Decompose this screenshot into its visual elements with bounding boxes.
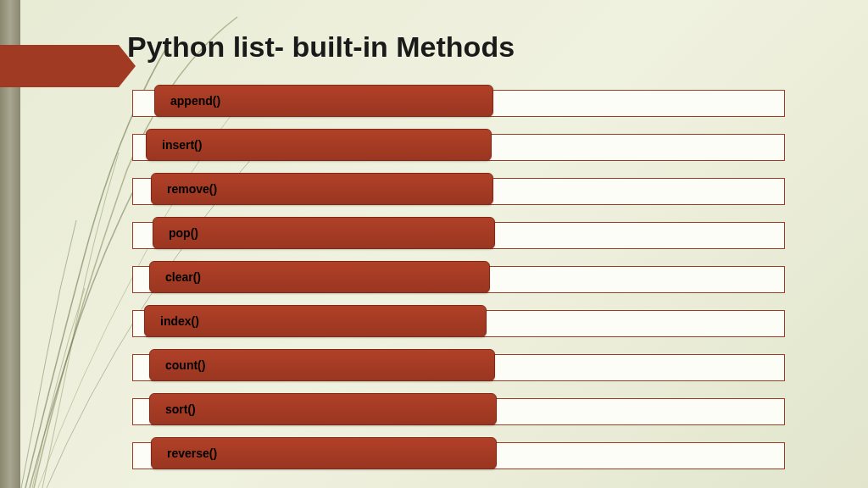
method-label: clear(): [165, 270, 201, 284]
method-row: pop(): [139, 217, 783, 251]
method-label: count(): [165, 358, 205, 372]
method-bar: count(): [149, 349, 495, 381]
method-row: index(): [139, 305, 783, 339]
method-row: insert(): [139, 129, 783, 163]
method-row: remove(): [139, 173, 783, 207]
method-label: pop(): [169, 226, 198, 240]
title-arrow-shape: [0, 45, 119, 87]
method-bar: pop(): [153, 217, 495, 249]
method-row: append(): [139, 85, 783, 119]
method-label: remove(): [167, 182, 217, 196]
method-row: clear(): [139, 261, 783, 295]
method-bar: clear(): [149, 261, 490, 293]
method-bar: insert(): [146, 129, 492, 161]
method-label: reverse(): [167, 446, 217, 460]
method-label: insert(): [162, 138, 202, 152]
method-row: count(): [139, 349, 783, 383]
method-row: reverse(): [139, 437, 783, 471]
method-label: append(): [170, 94, 220, 108]
method-row: sort(): [139, 393, 783, 427]
slide-title: Python list- built-in Methods: [127, 30, 515, 64]
method-label: sort(): [165, 402, 196, 416]
method-bar: remove(): [151, 173, 493, 205]
method-bar: index(): [144, 305, 487, 337]
method-bar: sort(): [149, 393, 497, 425]
method-label: index(): [160, 314, 199, 328]
methods-list: append()insert()remove()pop()clear()inde…: [139, 85, 783, 481]
method-bar: append(): [154, 85, 493, 117]
method-bar: reverse(): [151, 437, 497, 469]
